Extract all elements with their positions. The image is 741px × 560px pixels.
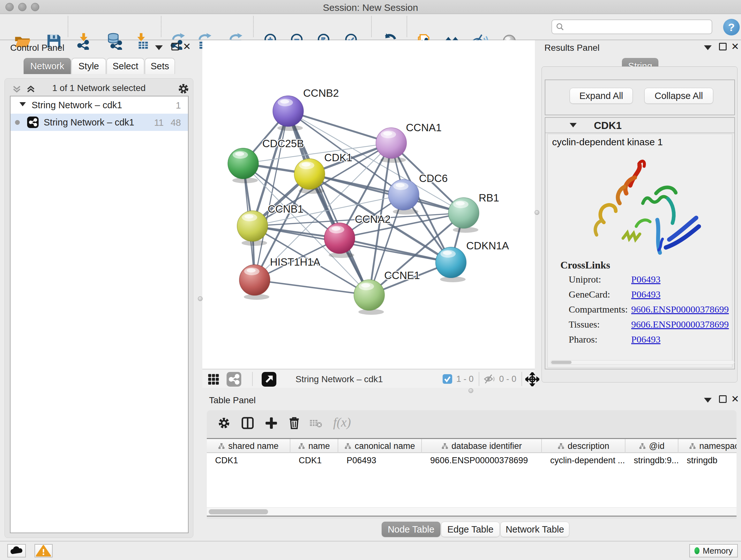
table-cell[interactable]: CDK1 bbox=[207, 454, 290, 467]
birds-eye-view-icon[interactable] bbox=[207, 373, 219, 385]
help-icon[interactable]: ? bbox=[723, 19, 740, 36]
node-label-CCNB2: CCNB2 bbox=[303, 87, 339, 99]
toolbar-separator bbox=[371, 16, 372, 37]
crosslink-link[interactable]: P06493 bbox=[631, 334, 661, 345]
scrollbar-thumb[interactable] bbox=[551, 361, 571, 364]
node-label-CCNB1: CCNB1 bbox=[268, 203, 304, 215]
table-header-row: shared namenamecanonical namedatabase id… bbox=[207, 439, 737, 453]
column-type-icon bbox=[298, 442, 305, 449]
panel-float-icon[interactable] bbox=[172, 43, 179, 51]
collection-name: String Network – cdk1 bbox=[31, 100, 122, 111]
network-row-selected[interactable]: String Network – cdk1 11 48 bbox=[10, 114, 188, 131]
network-edge-HIST1H1A-CCNE1[interactable] bbox=[255, 280, 369, 295]
table-options-gear-icon[interactable] bbox=[217, 416, 231, 430]
create-column-icon[interactable] bbox=[264, 416, 278, 430]
crosslink-link[interactable]: P06493 bbox=[631, 289, 661, 300]
node-label-CCNE1: CCNE1 bbox=[384, 269, 420, 281]
crosslink-label: GeneCard: bbox=[569, 289, 610, 300]
panel-close-icon[interactable]: ✕ bbox=[731, 395, 739, 403]
panel-menu-icon[interactable] bbox=[704, 398, 712, 402]
table-cell[interactable]: stringdb bbox=[678, 454, 737, 467]
tab-node-table[interactable]: Node Table bbox=[382, 522, 441, 537]
node-gloss-highlight bbox=[456, 201, 465, 206]
column-type-icon bbox=[218, 442, 225, 449]
crosslink-row: Compartments: 9606.ENSP00000378699 bbox=[569, 304, 728, 319]
network-edge-CCNA2-CDKN1A[interactable] bbox=[340, 238, 451, 262]
crosshair-move-icon[interactable] bbox=[525, 372, 539, 386]
show-columns-icon[interactable] bbox=[241, 416, 255, 430]
column-header[interactable]: namespace bbox=[678, 439, 737, 453]
node-gloss-highlight bbox=[280, 100, 289, 104]
network-options-gear-icon[interactable] bbox=[177, 82, 190, 95]
crosslink-label: Uniprot: bbox=[569, 274, 601, 285]
splitter-handle-bottom[interactable] bbox=[468, 388, 473, 393]
table-horizontal-scrollbar[interactable] bbox=[207, 507, 737, 516]
network-canvas[interactable]: CCNB2CCNA1CDC25BCDK1CDC6RB1CCNB1CCNA2CDK… bbox=[202, 40, 535, 369]
network-collection-row[interactable]: String Network – cdk1 1 bbox=[10, 97, 188, 114]
memory-button[interactable]: Memory bbox=[689, 544, 738, 557]
hidden-node-edge-counts: 0 - 0 bbox=[499, 374, 516, 384]
results-horizontal-scrollbar[interactable] bbox=[550, 360, 735, 365]
tab-edge-table[interactable]: Edge Table bbox=[441, 522, 500, 537]
crosslink-link[interactable]: 9606.ENSP00000378699 bbox=[631, 304, 729, 315]
node-gloss-highlight bbox=[245, 214, 253, 219]
network-edge-CCNB2-HIST1H1A[interactable] bbox=[255, 111, 288, 280]
table-cell[interactable]: P06493 bbox=[338, 454, 422, 467]
gene-section-header[interactable]: CDK1 bbox=[545, 118, 734, 133]
crosslink-link[interactable]: P06493 bbox=[631, 274, 661, 285]
panel-close-icon[interactable]: ✕ bbox=[731, 43, 739, 51]
crosslink-label: Tissues: bbox=[569, 319, 600, 329]
toolbar-separator bbox=[68, 16, 68, 37]
column-header[interactable]: shared name bbox=[207, 439, 290, 453]
tab-style[interactable]: Style bbox=[71, 58, 106, 74]
splitter-handle-right[interactable] bbox=[535, 210, 539, 215]
selected-checkbox-icon[interactable] bbox=[442, 374, 453, 384]
panel-float-icon[interactable] bbox=[719, 43, 727, 51]
panel-menu-icon[interactable] bbox=[704, 45, 712, 50]
column-type-icon bbox=[441, 442, 448, 449]
column-header[interactable]: name bbox=[290, 439, 338, 453]
crosslink-row: Uniprot: P06493 bbox=[569, 274, 728, 289]
search-input[interactable] bbox=[551, 19, 712, 34]
network-edge-count: 48 bbox=[171, 118, 181, 128]
column-header[interactable]: description bbox=[542, 439, 625, 453]
column-header[interactable]: canonical name bbox=[338, 439, 422, 453]
scrollbar-thumb[interactable] bbox=[209, 509, 268, 514]
gene-collapse-icon[interactable] bbox=[569, 123, 577, 127]
view-toolbar-separator bbox=[479, 372, 479, 386]
collection-expand-icon[interactable] bbox=[19, 102, 26, 106]
crosslink-label: Pharos: bbox=[569, 334, 597, 345]
tab-sets[interactable]: Sets bbox=[145, 58, 175, 74]
tab-select[interactable]: Select bbox=[107, 58, 144, 74]
column-type-icon bbox=[639, 442, 646, 449]
cloud-icon bbox=[8, 545, 25, 557]
cloud-status-button[interactable] bbox=[7, 544, 26, 557]
expand-all-button[interactable]: Expand All bbox=[569, 88, 633, 104]
collapse-all-button[interactable]: Collapse All bbox=[644, 88, 713, 104]
warnings-button[interactable] bbox=[35, 544, 53, 557]
tab-network-table[interactable]: Network Table bbox=[500, 522, 569, 537]
delete-column-icon[interactable] bbox=[287, 416, 301, 430]
network-badge-icon[interactable] bbox=[226, 372, 241, 387]
open-in-window-icon[interactable] bbox=[262, 372, 276, 387]
memory-status-dot bbox=[694, 547, 699, 554]
crosslink-link[interactable]: 9606.ENSP00000378699 bbox=[631, 319, 729, 330]
table-cell[interactable]: stringdb:9... bbox=[625, 454, 678, 467]
column-header[interactable]: database identifier bbox=[422, 439, 542, 453]
network-name: String Network – cdk1 bbox=[44, 117, 134, 128]
node-table-grid[interactable]: shared namenamecanonical namedatabase id… bbox=[207, 438, 737, 516]
splitter-handle-left[interactable] bbox=[198, 296, 203, 301]
table-cell[interactable]: 9606.ENSP00000378699 bbox=[422, 454, 542, 467]
crosslink-row: Tissues: 9606.ENSP00000378699 bbox=[569, 319, 728, 334]
table-cell[interactable]: CDK1 bbox=[290, 454, 338, 467]
panel-close-icon[interactable]: ✕ bbox=[183, 43, 191, 51]
tab-network[interactable]: Network bbox=[23, 58, 71, 74]
protein-structure-image bbox=[573, 157, 707, 255]
table-row[interactable]: CDK1CDK1P064939606.ENSP00000378699cyclin… bbox=[207, 454, 737, 467]
table-cell[interactable]: cyclin-dependent ... bbox=[542, 454, 625, 467]
network-view-toolbar: String Network – cdk1 1 - 0 0 - 0 bbox=[202, 369, 535, 388]
column-header[interactable]: @id bbox=[625, 439, 678, 453]
panel-menu-icon[interactable] bbox=[155, 45, 163, 50]
panel-float-icon[interactable] bbox=[719, 395, 727, 403]
view-toolbar-separator bbox=[252, 372, 253, 386]
